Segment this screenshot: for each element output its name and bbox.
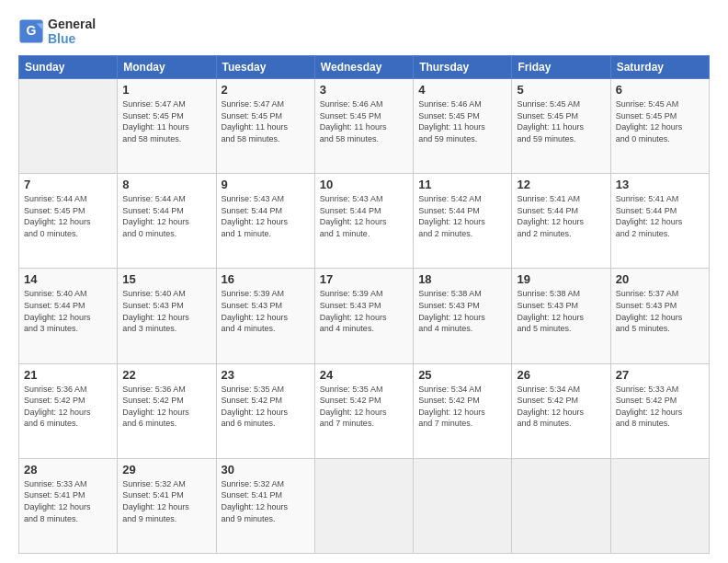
header-row: SundayMondayTuesdayWednesdayThursdayFrid…: [19, 56, 710, 79]
day-number: 18: [418, 272, 506, 286]
day-cell: 3Sunrise: 5:46 AM Sunset: 5:45 PM Daylig…: [314, 79, 413, 174]
header-cell-wednesday: Wednesday: [314, 56, 413, 79]
day-cell: [512, 458, 610, 553]
day-number: 28: [24, 463, 112, 477]
day-cell: 12Sunrise: 5:41 AM Sunset: 5:44 PM Dayli…: [512, 174, 610, 269]
day-number: 7: [24, 178, 112, 191]
day-cell: 5Sunrise: 5:45 AM Sunset: 5:45 PM Daylig…: [512, 79, 610, 174]
day-cell: 6Sunrise: 5:45 AM Sunset: 5:45 PM Daylig…: [610, 79, 709, 174]
day-info: Sunrise: 5:46 AM Sunset: 5:45 PM Dayligh…: [320, 98, 408, 144]
header: G General Blue: [18, 17, 710, 46]
day-number: 21: [24, 368, 112, 382]
day-info: Sunrise: 5:40 AM Sunset: 5:43 PM Dayligh…: [122, 288, 210, 334]
day-cell: [414, 458, 512, 553]
day-cell: 17Sunrise: 5:39 AM Sunset: 5:43 PM Dayli…: [314, 269, 413, 363]
day-info: Sunrise: 5:38 AM Sunset: 5:43 PM Dayligh…: [418, 288, 506, 334]
page: G General Blue SundayMondayTuesdayWednes…: [0, 0, 728, 563]
header-cell-saturday: Saturday: [610, 56, 709, 79]
week-row-1: 1Sunrise: 5:47 AM Sunset: 5:45 PM Daylig…: [19, 79, 710, 174]
day-number: 26: [517, 368, 605, 382]
day-cell: 21Sunrise: 5:36 AM Sunset: 5:42 PM Dayli…: [19, 363, 118, 458]
day-cell: 1Sunrise: 5:47 AM Sunset: 5:45 PM Daylig…: [118, 79, 216, 174]
day-number: 9: [222, 178, 310, 191]
day-cell: 14Sunrise: 5:40 AM Sunset: 5:44 PM Dayli…: [19, 269, 118, 363]
day-cell: [314, 458, 413, 553]
day-number: 6: [616, 83, 704, 97]
day-info: Sunrise: 5:44 AM Sunset: 5:44 PM Dayligh…: [122, 193, 210, 239]
day-info: Sunrise: 5:36 AM Sunset: 5:42 PM Dayligh…: [24, 384, 112, 430]
day-info: Sunrise: 5:46 AM Sunset: 5:45 PM Dayligh…: [418, 98, 506, 144]
day-info: Sunrise: 5:47 AM Sunset: 5:45 PM Dayligh…: [122, 98, 210, 144]
day-cell: [610, 458, 709, 553]
day-number: 17: [320, 272, 408, 286]
day-number: 19: [517, 272, 605, 286]
day-info: Sunrise: 5:43 AM Sunset: 5:44 PM Dayligh…: [320, 193, 408, 239]
day-cell: 19Sunrise: 5:38 AM Sunset: 5:43 PM Dayli…: [512, 269, 610, 363]
day-number: 1: [122, 83, 210, 97]
day-number: 2: [222, 83, 310, 97]
day-cell: 18Sunrise: 5:38 AM Sunset: 5:43 PM Dayli…: [414, 269, 512, 363]
header-cell-tuesday: Tuesday: [216, 56, 314, 79]
day-cell: 9Sunrise: 5:43 AM Sunset: 5:44 PM Daylig…: [216, 174, 314, 269]
day-cell: 25Sunrise: 5:34 AM Sunset: 5:42 PM Dayli…: [414, 363, 512, 458]
day-cell: 13Sunrise: 5:41 AM Sunset: 5:44 PM Dayli…: [610, 174, 709, 269]
day-info: Sunrise: 5:38 AM Sunset: 5:43 PM Dayligh…: [517, 288, 605, 334]
day-info: Sunrise: 5:47 AM Sunset: 5:45 PM Dayligh…: [222, 98, 310, 144]
day-info: Sunrise: 5:35 AM Sunset: 5:42 PM Dayligh…: [320, 384, 408, 430]
day-info: Sunrise: 5:32 AM Sunset: 5:41 PM Dayligh…: [222, 478, 310, 524]
day-cell: 4Sunrise: 5:46 AM Sunset: 5:45 PM Daylig…: [414, 79, 512, 174]
day-number: 5: [517, 83, 605, 97]
day-info: Sunrise: 5:41 AM Sunset: 5:44 PM Dayligh…: [517, 193, 605, 239]
day-number: 15: [122, 272, 210, 286]
week-row-2: 7Sunrise: 5:44 AM Sunset: 5:45 PM Daylig…: [19, 174, 710, 269]
day-info: Sunrise: 5:36 AM Sunset: 5:42 PM Dayligh…: [122, 384, 210, 430]
day-cell: 7Sunrise: 5:44 AM Sunset: 5:45 PM Daylig…: [19, 174, 118, 269]
day-number: 11: [418, 178, 506, 191]
week-row-3: 14Sunrise: 5:40 AM Sunset: 5:44 PM Dayli…: [19, 269, 710, 363]
week-row-5: 28Sunrise: 5:33 AM Sunset: 5:41 PM Dayli…: [19, 458, 710, 553]
day-cell: 16Sunrise: 5:39 AM Sunset: 5:43 PM Dayli…: [216, 269, 314, 363]
day-cell: 28Sunrise: 5:33 AM Sunset: 5:41 PM Dayli…: [19, 458, 118, 553]
day-info: Sunrise: 5:44 AM Sunset: 5:45 PM Dayligh…: [24, 193, 112, 239]
day-info: Sunrise: 5:43 AM Sunset: 5:44 PM Dayligh…: [222, 193, 310, 239]
logo-text: General Blue: [48, 17, 96, 46]
logo: G General Blue: [18, 17, 96, 46]
week-row-4: 21Sunrise: 5:36 AM Sunset: 5:42 PM Dayli…: [19, 363, 710, 458]
day-number: 4: [418, 83, 506, 97]
day-info: Sunrise: 5:45 AM Sunset: 5:45 PM Dayligh…: [517, 98, 605, 144]
day-number: 3: [320, 83, 408, 97]
logo-icon: G: [18, 18, 44, 44]
day-info: Sunrise: 5:32 AM Sunset: 5:41 PM Dayligh…: [122, 478, 210, 524]
day-number: 8: [122, 178, 210, 191]
day-cell: 15Sunrise: 5:40 AM Sunset: 5:43 PM Dayli…: [118, 269, 216, 363]
day-cell: [19, 79, 118, 174]
day-cell: 11Sunrise: 5:42 AM Sunset: 5:44 PM Dayli…: [414, 174, 512, 269]
day-info: Sunrise: 5:41 AM Sunset: 5:44 PM Dayligh…: [616, 193, 704, 239]
day-cell: 27Sunrise: 5:33 AM Sunset: 5:42 PM Dayli…: [610, 363, 709, 458]
day-cell: 23Sunrise: 5:35 AM Sunset: 5:42 PM Dayli…: [216, 363, 314, 458]
day-cell: 26Sunrise: 5:34 AM Sunset: 5:42 PM Dayli…: [512, 363, 610, 458]
day-number: 13: [616, 178, 704, 191]
day-number: 10: [320, 178, 408, 191]
day-info: Sunrise: 5:33 AM Sunset: 5:42 PM Dayligh…: [616, 384, 704, 430]
day-number: 27: [616, 368, 704, 382]
svg-text:G: G: [27, 23, 37, 38]
day-cell: 8Sunrise: 5:44 AM Sunset: 5:44 PM Daylig…: [118, 174, 216, 269]
day-number: 20: [616, 272, 704, 286]
day-number: 30: [222, 463, 310, 477]
day-info: Sunrise: 5:40 AM Sunset: 5:44 PM Dayligh…: [24, 288, 112, 334]
day-cell: 10Sunrise: 5:43 AM Sunset: 5:44 PM Dayli…: [314, 174, 413, 269]
day-number: 12: [517, 178, 605, 191]
day-number: 23: [222, 368, 310, 382]
day-info: Sunrise: 5:35 AM Sunset: 5:42 PM Dayligh…: [222, 384, 310, 430]
day-info: Sunrise: 5:42 AM Sunset: 5:44 PM Dayligh…: [418, 193, 506, 239]
day-number: 16: [222, 272, 310, 286]
day-number: 25: [418, 368, 506, 382]
day-cell: 29Sunrise: 5:32 AM Sunset: 5:41 PM Dayli…: [118, 458, 216, 553]
header-cell-friday: Friday: [512, 56, 610, 79]
day-cell: 20Sunrise: 5:37 AM Sunset: 5:43 PM Dayli…: [610, 269, 709, 363]
day-number: 24: [320, 368, 408, 382]
day-info: Sunrise: 5:34 AM Sunset: 5:42 PM Dayligh…: [418, 384, 506, 430]
day-info: Sunrise: 5:39 AM Sunset: 5:43 PM Dayligh…: [222, 288, 310, 334]
calendar-table: SundayMondayTuesdayWednesdayThursdayFrid…: [18, 55, 710, 554]
